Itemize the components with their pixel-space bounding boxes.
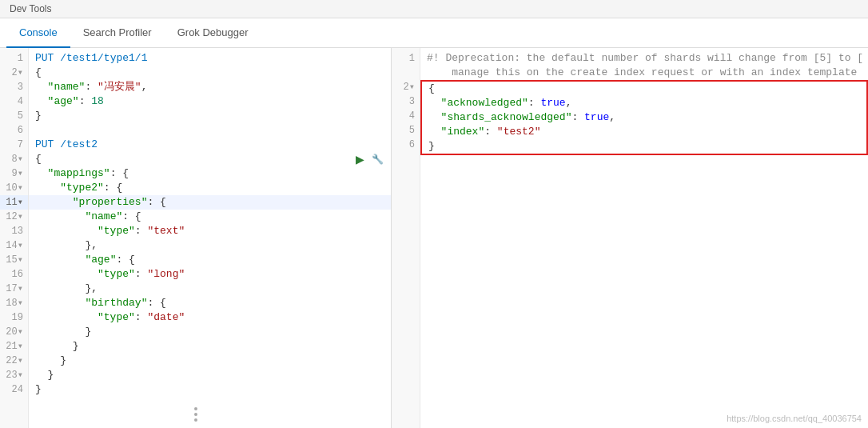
action-buttons: ▶ 🔧 bbox=[352, 152, 384, 166]
code-line-2: { bbox=[29, 66, 391, 80]
code-line-8: { ▶ 🔧 bbox=[29, 152, 391, 166]
line-num-7: 7 bbox=[0, 138, 28, 152]
code-line-16: "type": "long" bbox=[29, 267, 391, 282]
code-line-6 bbox=[29, 123, 391, 138]
line-num-12: 12▾ bbox=[0, 210, 28, 224]
tab-console[interactable]: Console bbox=[6, 18, 70, 48]
code-line-21: } bbox=[29, 339, 391, 354]
right-code-line-comment-2: manage this on the create index request … bbox=[420, 66, 868, 80]
right-line-num-1: 1 bbox=[392, 51, 420, 66]
code-line-20: } bbox=[29, 325, 391, 339]
tab-bar: Console Search Profiler Grok Debugger bbox=[0, 18, 868, 48]
line-num-24: 24 bbox=[0, 382, 28, 397]
code-line-14: }, bbox=[29, 238, 391, 253]
code-line-15: "age": { bbox=[29, 253, 391, 267]
dot-2 bbox=[194, 413, 197, 416]
right-line-num-5: 5 bbox=[392, 123, 420, 138]
right-line-num-6: 6 bbox=[392, 138, 420, 152]
left-line-numbers: 1 2▾ 3 4 5 6 7 8▾ 9▾ 10▾ 11▾ 12▾ 13 14▾ … bbox=[0, 48, 29, 428]
code-line-5: } bbox=[29, 109, 391, 123]
right-code-line-2: { bbox=[422, 82, 866, 96]
code-line-19: "type": "date" bbox=[29, 310, 391, 325]
code-line-4: "age": 18 bbox=[29, 94, 391, 109]
left-panel: 1 2▾ 3 4 5 6 7 8▾ 9▾ 10▾ 11▾ 12▾ 13 14▾ … bbox=[0, 48, 392, 428]
right-code-line-4: "shards_acknowledged": true, bbox=[422, 110, 866, 125]
line-num-21: 21▾ bbox=[0, 339, 28, 354]
app-title: Dev Tools bbox=[10, 3, 51, 14]
dot-1 bbox=[194, 407, 197, 410]
right-line-numbers: 1 2▾ 3 4 5 6 bbox=[392, 48, 420, 428]
right-panel: 1 2▾ 3 4 5 6 #! Deprecation: the default… bbox=[392, 48, 868, 428]
right-line-num-4: 4 bbox=[392, 109, 420, 123]
code-line-9: "mappings": { bbox=[29, 166, 391, 181]
line-num-17: 17▾ bbox=[0, 282, 28, 296]
right-code-line-comment-1: #! Deprecation: the default number of sh… bbox=[420, 51, 868, 66]
right-code-content: #! Deprecation: the default number of sh… bbox=[420, 48, 868, 428]
line-num-3: 3 bbox=[0, 80, 28, 94]
line-num-9: 9▾ bbox=[0, 166, 28, 181]
dot-3 bbox=[194, 418, 197, 422]
right-code-line-6: } bbox=[422, 139, 866, 154]
main-content: 1 2▾ 3 4 5 6 7 8▾ 9▾ 10▾ 11▾ 12▾ 13 14▾ … bbox=[0, 48, 868, 428]
right-line-num-1b bbox=[392, 66, 420, 80]
tab-grok-debugger[interactable]: Grok Debugger bbox=[165, 18, 261, 48]
right-line-num-3: 3 bbox=[392, 94, 420, 109]
run-button[interactable]: ▶ bbox=[352, 152, 367, 166]
code-line-22: } bbox=[29, 354, 391, 368]
line-num-11: 11▾ bbox=[0, 195, 28, 210]
watermark: https://blog.csdn.net/qq_40036754 bbox=[727, 414, 862, 423]
line-num-1: 1 bbox=[0, 51, 28, 66]
line-num-20: 20▾ bbox=[0, 325, 28, 339]
line-num-6: 6 bbox=[0, 123, 28, 138]
code-line-12: "name": { bbox=[29, 210, 391, 224]
code-line-1: PUT /test1/type1/1 bbox=[29, 51, 391, 66]
method-put-1: PUT bbox=[35, 51, 60, 66]
code-line-3: "name": "冯安晨", bbox=[29, 80, 391, 94]
right-code-line-5: "index": "test2" bbox=[422, 125, 866, 139]
title-bar: Dev Tools bbox=[0, 0, 868, 18]
response-box: { "acknowledged": true, "shards_acknowle… bbox=[420, 80, 868, 155]
code-line-10: "type2": { bbox=[29, 181, 391, 195]
line-num-18: 18▾ bbox=[0, 296, 28, 310]
line-num-14: 14▾ bbox=[0, 238, 28, 253]
line-num-2: 2▾ bbox=[0, 66, 28, 80]
code-line-24: } bbox=[29, 382, 391, 397]
right-line-num-2: 2▾ bbox=[392, 80, 420, 94]
code-line-18: "birthday": { bbox=[29, 296, 391, 310]
line-num-13: 13 bbox=[0, 224, 28, 238]
code-line-7: PUT /test2 bbox=[29, 138, 391, 152]
left-code-content: PUT /test1/type1/1 { "name": "冯安晨", "age… bbox=[29, 48, 391, 428]
right-code-area: 1 2▾ 3 4 5 6 #! Deprecation: the default… bbox=[392, 48, 868, 428]
path-1: /test1/type1/1 bbox=[60, 51, 147, 66]
line-num-10: 10▾ bbox=[0, 181, 28, 195]
dots-menu[interactable] bbox=[194, 407, 197, 422]
line-num-23: 23▾ bbox=[0, 368, 28, 382]
wrench-button[interactable]: 🔧 bbox=[370, 152, 384, 166]
code-line-13: "type": "text" bbox=[29, 224, 391, 238]
line-num-15: 15▾ bbox=[0, 253, 28, 267]
line-num-8: 8▾ bbox=[0, 152, 28, 166]
line-num-19: 19 bbox=[0, 310, 28, 325]
tab-search-profiler[interactable]: Search Profiler bbox=[70, 18, 165, 48]
code-line-17: }, bbox=[29, 282, 391, 296]
left-code-area: 1 2▾ 3 4 5 6 7 8▾ 9▾ 10▾ 11▾ 12▾ 13 14▾ … bbox=[0, 48, 391, 428]
line-num-5: 5 bbox=[0, 109, 28, 123]
code-line-23: } bbox=[29, 368, 391, 382]
line-num-16: 16 bbox=[0, 267, 28, 282]
code-line-11: "properties": { bbox=[29, 195, 391, 210]
right-code-line-3: "acknowledged": true, bbox=[422, 96, 866, 110]
line-num-4: 4 bbox=[0, 94, 28, 109]
line-num-22: 22▾ bbox=[0, 354, 28, 368]
